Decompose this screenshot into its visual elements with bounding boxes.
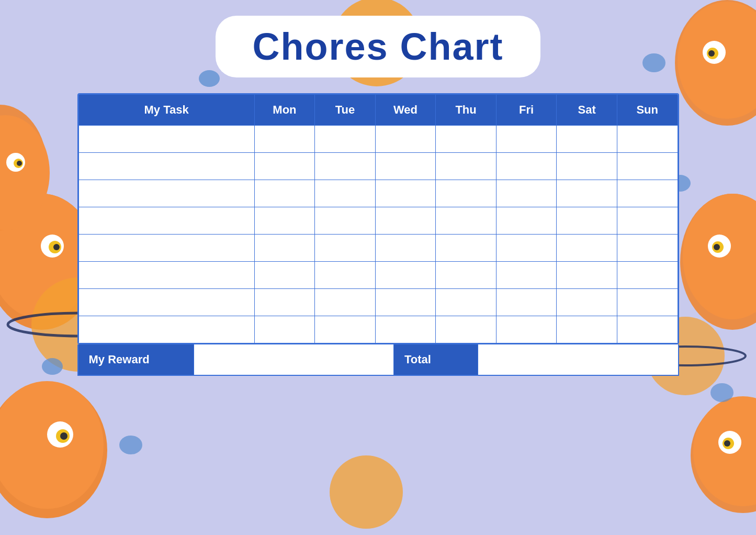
tuesday-header: Tue [315, 95, 376, 126]
day-cell[interactable] [557, 316, 617, 343]
day-cell[interactable] [436, 262, 497, 289]
day-cell[interactable] [254, 316, 315, 343]
day-cell[interactable] [254, 126, 315, 153]
day-cell[interactable] [557, 153, 617, 180]
day-cell[interactable] [617, 289, 678, 316]
day-cell[interactable] [436, 316, 497, 343]
day-cell[interactable] [617, 153, 678, 180]
table-row [78, 289, 678, 316]
day-cell[interactable] [254, 235, 315, 262]
total-label: Total [394, 344, 478, 375]
table-row [78, 316, 678, 343]
reward-label: My Reward [78, 344, 194, 375]
table-row [78, 180, 678, 207]
day-cell[interactable] [315, 126, 376, 153]
day-cell[interactable] [315, 262, 376, 289]
day-cell[interactable] [375, 235, 436, 262]
task-cell[interactable] [78, 180, 254, 207]
day-cell[interactable] [436, 207, 497, 235]
page-title: Chores Chart [252, 26, 503, 68]
day-cell[interactable] [496, 262, 557, 289]
day-cell[interactable] [436, 235, 497, 262]
day-cell[interactable] [557, 235, 617, 262]
day-cell[interactable] [557, 289, 617, 316]
day-cell[interactable] [375, 262, 436, 289]
day-cell[interactable] [254, 180, 315, 207]
day-cell[interactable] [254, 207, 315, 235]
wednesday-header: Wed [375, 95, 436, 126]
title-box: Chores Chart [216, 16, 540, 77]
sunday-header: Sun [617, 95, 678, 126]
task-column-header: My Task [78, 95, 254, 126]
table-row [78, 262, 678, 289]
day-cell[interactable] [496, 235, 557, 262]
day-cell[interactable] [375, 153, 436, 180]
task-cell[interactable] [78, 153, 254, 180]
day-cell[interactable] [375, 180, 436, 207]
chores-chart: My Task Mon Tue Wed Thu Fri Sat Sun [77, 93, 679, 344]
day-cell[interactable] [254, 262, 315, 289]
day-cell[interactable] [496, 207, 557, 235]
bottom-row: My Reward Total [77, 344, 679, 376]
table-row [78, 126, 678, 153]
day-cell[interactable] [617, 126, 678, 153]
day-cell[interactable] [315, 235, 376, 262]
monday-header: Mon [254, 95, 315, 126]
day-cell[interactable] [557, 180, 617, 207]
day-cell[interactable] [315, 289, 376, 316]
task-cell[interactable] [78, 316, 254, 343]
friday-header: Fri [496, 95, 557, 126]
day-cell[interactable] [254, 289, 315, 316]
day-cell[interactable] [496, 153, 557, 180]
day-cell[interactable] [617, 207, 678, 235]
task-cell[interactable] [78, 262, 254, 289]
task-cell[interactable] [78, 207, 254, 235]
thursday-header: Thu [436, 95, 497, 126]
day-cell[interactable] [617, 262, 678, 289]
chart-table: My Task Mon Tue Wed Thu Fri Sat Sun [78, 94, 678, 343]
day-cell[interactable] [557, 126, 617, 153]
reward-input-field[interactable] [194, 344, 394, 375]
day-cell[interactable] [254, 153, 315, 180]
table-row [78, 153, 678, 180]
day-cell[interactable] [496, 180, 557, 207]
saturday-header: Sat [557, 95, 617, 126]
day-cell[interactable] [496, 316, 557, 343]
day-cell[interactable] [375, 126, 436, 153]
day-cell[interactable] [315, 207, 376, 235]
day-cell[interactable] [617, 235, 678, 262]
day-cell[interactable] [375, 316, 436, 343]
task-cell[interactable] [78, 235, 254, 262]
day-cell[interactable] [436, 180, 497, 207]
task-cell[interactable] [78, 126, 254, 153]
day-cell[interactable] [496, 289, 557, 316]
task-cell[interactable] [78, 289, 254, 316]
day-cell[interactable] [375, 207, 436, 235]
day-cell[interactable] [436, 289, 497, 316]
total-value-field[interactable] [478, 344, 678, 375]
table-row [78, 207, 678, 235]
day-cell[interactable] [436, 126, 497, 153]
day-cell[interactable] [315, 153, 376, 180]
day-cell[interactable] [557, 262, 617, 289]
table-row [78, 235, 678, 262]
day-cell[interactable] [315, 180, 376, 207]
day-cell[interactable] [557, 207, 617, 235]
day-cell[interactable] [617, 316, 678, 343]
day-cell[interactable] [496, 126, 557, 153]
day-cell[interactable] [375, 289, 436, 316]
day-cell[interactable] [315, 316, 376, 343]
header-row: My Task Mon Tue Wed Thu Fri Sat Sun [78, 95, 678, 126]
day-cell[interactable] [617, 180, 678, 207]
day-cell[interactable] [436, 153, 497, 180]
